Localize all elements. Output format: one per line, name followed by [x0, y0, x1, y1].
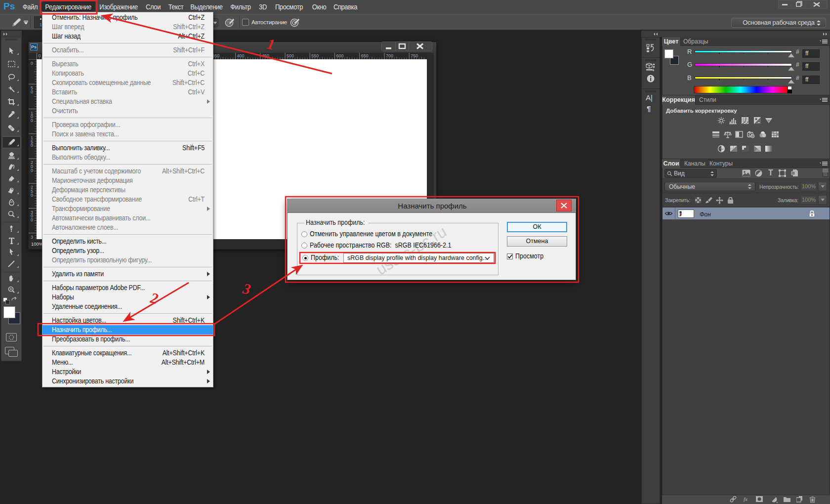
svg-text:700: 700 [386, 53, 393, 58]
svg-text:0: 0 [39, 53, 41, 58]
svg-text:0: 0 [31, 143, 33, 148]
svg-text:5: 5 [31, 239, 33, 240]
svg-text:3: 3 [241, 280, 252, 297]
svg-text:fx: fx [744, 496, 747, 502]
svg-text:600: 600 [336, 53, 344, 58]
svg-text:550: 550 [311, 53, 319, 58]
svg-text:750: 750 [411, 53, 418, 58]
svg-text:400: 400 [237, 53, 245, 58]
svg-text:0: 0 [31, 118, 33, 123]
svg-text:0: 0 [31, 168, 33, 173]
svg-text:450: 450 [262, 53, 269, 58]
svg-text:0: 0 [31, 217, 33, 222]
svg-text:0: 0 [31, 61, 33, 66]
svg-text:500: 500 [287, 53, 294, 58]
svg-text:0: 0 [31, 193, 33, 198]
svg-text:0: 0 [31, 89, 33, 94]
svg-text:650: 650 [361, 53, 369, 58]
